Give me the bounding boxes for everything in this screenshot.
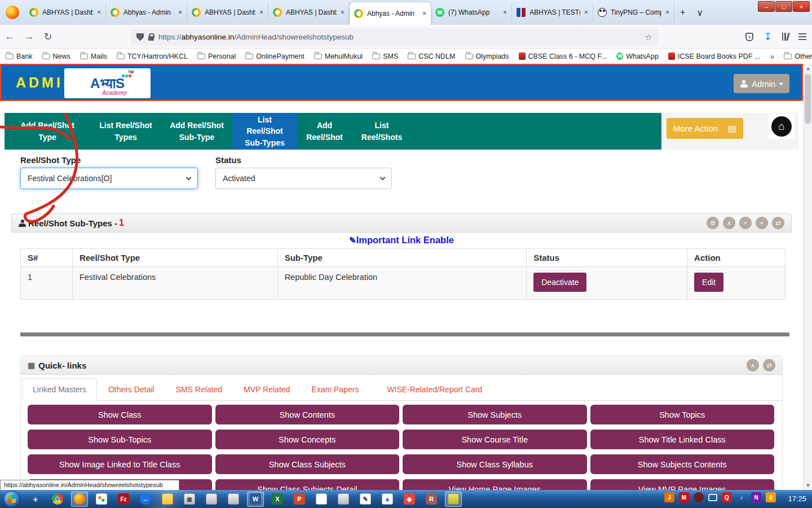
add-icon[interactable]: +: [756, 217, 768, 229]
quick-link-button[interactable]: Show Image Linked to Title Class: [28, 454, 212, 474]
home-icon[interactable]: ⌂: [771, 116, 792, 137]
bookmarks-overflow-icon[interactable]: »: [770, 52, 774, 61]
scroll-down-icon[interactable]: ▼: [804, 481, 812, 490]
start-button[interactable]: [3, 491, 20, 507]
reload-panel-icon[interactable]: ⇄: [772, 217, 784, 229]
browser-tab[interactable]: ABHYAS | TEST(s ×: [512, 3, 593, 22]
browser-tab[interactable]: ABHYAS | Dashbo ×: [187, 3, 268, 22]
browser-tab[interactable]: Abhyas - Admin ×: [106, 3, 187, 22]
browser-tab[interactable]: ☎ (7) WhatsApp ×: [431, 3, 512, 22]
forward-icon[interactable]: →: [19, 30, 38, 42]
tab-close-icon[interactable]: ×: [259, 8, 263, 16]
url-text[interactable]: https://abhyasonline.in/AdminHead/showre…: [158, 33, 641, 41]
quick-link-button[interactable]: Show Class Syllabus: [403, 454, 587, 474]
documents-scanner-icon[interactable]: [335, 492, 352, 507]
bookmark-star-icon[interactable]: ☆: [645, 32, 652, 42]
tab-close-icon[interactable]: ×: [584, 8, 588, 16]
settings-gear-icon[interactable]: ⚙: [707, 217, 719, 229]
important-link-enable[interactable]: ✎Important Link Enable: [0, 235, 803, 246]
lock-icon[interactable]: [148, 36, 154, 41]
list-all-tabs-icon[interactable]: ∨: [691, 7, 709, 18]
tab-mvp-related[interactable]: MVP Related: [233, 379, 300, 400]
restore-button[interactable]: □: [775, 1, 792, 12]
quick-link-button[interactable]: Show Concepts: [215, 430, 400, 449]
quick-link-button[interactable]: Show Class Subjects: [215, 454, 400, 474]
taskbar-clock[interactable]: 17:25: [788, 490, 806, 508]
onenote-tray-icon[interactable]: N: [751, 492, 761, 502]
quick-link-button[interactable]: Show Subjects: [403, 405, 587, 424]
quick-link-button[interactable]: Show Sub-Topics: [28, 430, 212, 449]
tab-exam-papers[interactable]: Exam Papers: [301, 379, 369, 400]
tab-wise-report-card[interactable]: WISE-Related/Report Card: [377, 379, 492, 400]
bookmark-folder[interactable]: Mails: [80, 52, 107, 60]
other-bookmarks[interactable]: Other Bookmarks: [784, 52, 812, 60]
design-app-icon[interactable]: [93, 492, 110, 507]
filezilla-icon[interactable]: Fz: [115, 492, 132, 507]
calculator-icon[interactable]: ▦: [181, 492, 198, 507]
quickheal-tray-icon[interactable]: Q: [722, 492, 732, 502]
move-tool-icon[interactable]: +: [27, 492, 44, 507]
scan-tool-icon[interactable]: [445, 492, 462, 507]
home-card[interactable]: ⌂: [769, 114, 795, 139]
quick-link-button[interactable]: Show Course Title: [403, 430, 587, 449]
deactivate-button[interactable]: Deactivate: [533, 273, 586, 292]
paint-app-icon[interactable]: ▲: [379, 492, 396, 507]
more-action-button[interactable]: More Action ▤: [667, 118, 743, 139]
nav-tab-add-reelshot-subtype[interactable]: Add Reel/Shot Sub-Type: [161, 113, 232, 150]
explorer-folder-icon[interactable]: [159, 492, 176, 507]
bookmark-folder[interactable]: Olympiads: [465, 52, 509, 60]
java-tray-icon[interactable]: J: [664, 492, 674, 502]
firefox-icon[interactable]: [71, 492, 88, 507]
powerpoint-icon[interactable]: P: [291, 492, 308, 507]
quick-link-button[interactable]: Show Class Subjects Detail: [215, 479, 400, 490]
word-icon[interactable]: W: [247, 492, 264, 507]
zero-tray-icon[interactable]: 0: [766, 492, 776, 502]
tab-close-icon[interactable]: ×: [97, 8, 101, 16]
browser-tab[interactable]: ABHYAS | Dashbo ×: [25, 3, 106, 22]
quick-link-button[interactable]: Show Subjects Contents: [590, 454, 775, 474]
browser-tab[interactable]: ABHYAS | Dashbo ×: [268, 3, 350, 22]
bookmark-folder[interactable]: News: [42, 52, 70, 60]
bookmark-folder[interactable]: OnlinePayment: [245, 52, 304, 60]
nav-tab-list-reelshots[interactable]: List Reel/Shots: [352, 113, 412, 150]
tab-close-icon[interactable]: ×: [503, 8, 507, 16]
bookmark-folder[interactable]: Personal: [197, 52, 236, 60]
folder-white-icon[interactable]: [313, 492, 330, 507]
edit-button[interactable]: Edit: [694, 273, 723, 292]
chrome-icon[interactable]: [49, 492, 66, 507]
minimize-button[interactable]: –: [758, 1, 775, 12]
nav-tab-list-reelshot-subtypes[interactable]: List Reel/Shot Sub-Types: [232, 113, 297, 150]
abhyas-logo[interactable]: Aभ्याS Academy TM: [64, 68, 151, 98]
collapse-icon[interactable]: ∧: [747, 359, 759, 371]
quick-link-button[interactable]: Show Title Linked Class: [590, 430, 775, 449]
bookmark-folder[interactable]: MehulMukul: [314, 52, 363, 60]
tab-sms-related[interactable]: SMS Related: [166, 379, 232, 400]
url-bar[interactable]: https://abhyasonline.in/AdminHead/showre…: [131, 28, 658, 46]
admin-user-dropdown[interactable]: Admin ▾: [734, 74, 789, 93]
notepad-icon[interactable]: ✎: [357, 492, 374, 507]
excel-icon[interactable]: X: [269, 492, 286, 507]
tab-close-icon[interactable]: ×: [178, 8, 182, 16]
quick-link-button[interactable]: View Home Page Images: [403, 479, 587, 490]
scanner-icon[interactable]: [225, 492, 242, 507]
status-select[interactable]: Activated: [215, 168, 392, 189]
back-icon[interactable]: ←: [0, 30, 19, 42]
close-button[interactable]: ×: [793, 1, 810, 12]
bookmark-folder[interactable]: SMS: [372, 52, 398, 60]
tab-close-icon[interactable]: ×: [665, 8, 669, 16]
quick-link-button[interactable]: View MVP Page Images: [590, 479, 775, 490]
red-app-icon[interactable]: ◆: [401, 492, 418, 507]
teamviewer-icon[interactable]: ↔: [137, 492, 154, 507]
reelshot-type-select[interactable]: Festival Celebrations[O]: [20, 168, 198, 189]
tab-close-icon[interactable]: ×: [341, 8, 345, 16]
scroll-up-icon[interactable]: ▲: [804, 64, 812, 73]
bookmark-item[interactable]: CBSE Class 6 - MCQ F...: [519, 52, 607, 60]
quick-link-button[interactable]: Show Class: [28, 405, 212, 424]
close-panel-icon[interactable]: ×: [739, 217, 752, 229]
browser-tab-active[interactable]: Abhyas - Admin ×: [350, 2, 431, 25]
bookmark-folder[interactable]: TCY/Hartron/HKCL: [117, 52, 188, 60]
downloads-icon[interactable]: ↧: [764, 31, 771, 43]
tab-linked-masters[interactable]: Linked Masters: [22, 378, 97, 401]
app-tray-icon[interactable]: [694, 492, 704, 502]
new-tab-button[interactable]: +: [674, 7, 691, 17]
